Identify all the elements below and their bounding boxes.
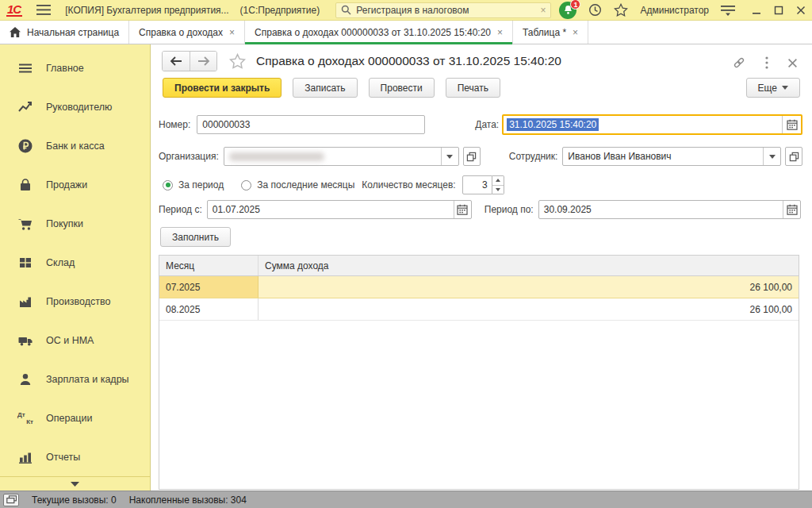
- get-link-icon[interactable]: [732, 56, 746, 70]
- factory-icon: [17, 294, 33, 310]
- period-from-input[interactable]: 01.07.2025: [207, 200, 472, 219]
- column-header-month[interactable]: Месяц: [159, 256, 259, 275]
- month-cell[interactable]: 07.2025: [159, 276, 259, 298]
- sidebar-item-warehouse[interactable]: Склад: [0, 243, 150, 282]
- tab-label: Справка о доходах: [139, 27, 223, 38]
- sidebar-item-label: Банк и касса: [46, 140, 105, 152]
- date-input[interactable]: 31.10.2025 15:40:20: [502, 114, 802, 135]
- minimize-button[interactable]: [752, 6, 761, 15]
- search-clear-icon[interactable]: ×: [540, 6, 546, 15]
- last-months-radio-label: За последние месяцы: [257, 179, 354, 190]
- history-icon[interactable]: [588, 3, 602, 17]
- window-title: [КОПИЯ] Бухгалтерия предприятия...: [65, 5, 228, 16]
- sidebar-item-bank-cash[interactable]: Банк и касса: [0, 126, 150, 165]
- sidebar-item-sales[interactable]: Продажи: [0, 165, 150, 204]
- chevron-down-icon: [782, 86, 788, 90]
- section-panel: Главное Руководителю Банк и касса Продаж…: [0, 44, 151, 491]
- current-user[interactable]: Администратор: [640, 5, 709, 16]
- status-bar: Текущие вызовы: 0 Накопленные вызовы: 30…: [0, 491, 812, 508]
- period-to-input[interactable]: 30.09.2025: [538, 200, 801, 219]
- tab-spravka-document[interactable]: Справка о доходах 000000033 от 31.10.202…: [245, 21, 513, 44]
- more-dots-icon[interactable]: [765, 56, 768, 69]
- current-calls-text: Текущие вызовы: 0: [32, 495, 117, 506]
- column-header-amount[interactable]: Сумма дохода: [259, 256, 799, 275]
- favorite-star-icon[interactable]: [229, 53, 246, 69]
- stepper-up-icon[interactable]: [492, 176, 504, 186]
- employee-open-button[interactable]: [785, 147, 802, 166]
- last-months-radio[interactable]: [241, 180, 251, 190]
- sidebar-expand-button[interactable]: [0, 476, 150, 491]
- tab-table[interactable]: Таблица * ×: [513, 21, 588, 44]
- period-from-calendar-button[interactable]: [454, 201, 471, 218]
- number-input[interactable]: 000000033: [197, 115, 425, 134]
- period-to-calendar-button[interactable]: [783, 201, 800, 218]
- months-count-input[interactable]: 3: [462, 175, 492, 194]
- amount-cell[interactable]: 26 100,00: [259, 298, 799, 320]
- period-radio[interactable]: [163, 180, 173, 190]
- organization-label: Организация:: [159, 151, 219, 162]
- table-row[interactable]: 07.2025 26 100,00: [159, 276, 799, 298]
- fill-button[interactable]: Заполнить: [160, 227, 231, 247]
- chevron-down-icon: [71, 482, 79, 487]
- document-form: Справка о доходах 000000033 от 31.10.202…: [151, 44, 812, 491]
- post-and-close-button[interactable]: Провести и закрыть: [163, 78, 282, 98]
- organization-dropdown-button[interactable]: [441, 148, 458, 165]
- server-calls-icon[interactable]: [3, 494, 19, 506]
- close-document-icon[interactable]: [787, 58, 798, 68]
- tab-home[interactable]: Начальная страница: [0, 21, 129, 44]
- service-menu-icon[interactable]: [721, 5, 735, 16]
- forward-button[interactable]: [190, 52, 216, 71]
- bar-chart-icon: [17, 449, 33, 465]
- back-button[interactable]: [163, 52, 190, 71]
- months-count-stepper[interactable]: [492, 175, 504, 194]
- employee-dropdown-button[interactable]: [763, 148, 780, 165]
- truck-icon: [17, 333, 33, 348]
- main-menu-icon[interactable]: [36, 5, 51, 15]
- notifications-button[interactable]: 1: [559, 2, 576, 19]
- stepper-down-icon[interactable]: [492, 186, 504, 194]
- sidebar-item-reports[interactable]: Отчеты: [0, 437, 150, 476]
- sidebar-item-label: ОС и НМА: [46, 335, 94, 346]
- tab-close-icon[interactable]: ×: [497, 28, 503, 37]
- more-button[interactable]: Еще: [746, 78, 800, 98]
- employee-label: Сотрудник:: [509, 151, 558, 162]
- favorites-star-icon[interactable]: [614, 3, 628, 17]
- months-count-label: Количество месяцев:: [362, 179, 455, 190]
- write-button[interactable]: Записать: [293, 78, 357, 98]
- sidebar-item-manager[interactable]: Руководителю: [0, 87, 150, 126]
- titlebar: 1С [КОПИЯ] Бухгалтерия предприятия... (1…: [0, 0, 812, 21]
- ruble-circle-icon: [17, 138, 33, 154]
- shopping-bag-icon: [17, 177, 33, 193]
- boxes-grid-icon: [17, 255, 33, 271]
- tab-spravka-list[interactable]: Справка о доходах ×: [129, 21, 245, 44]
- organization-open-button[interactable]: [463, 147, 481, 166]
- trend-chart-icon: [17, 99, 33, 115]
- amount-cell[interactable]: 26 100,00: [259, 276, 799, 298]
- organization-input[interactable]: [224, 147, 459, 166]
- tab-label: Начальная страница: [27, 27, 119, 38]
- sidebar-item-fixed-assets[interactable]: ОС и НМА: [0, 321, 150, 360]
- tab-close-icon[interactable]: ×: [573, 28, 578, 37]
- period-from-label: Период с:: [159, 204, 202, 215]
- sidebar-item-purchases[interactable]: Покупки: [0, 204, 150, 243]
- print-button[interactable]: Печать: [446, 78, 500, 98]
- 1c-logo: 1С: [6, 3, 22, 17]
- tab-close-icon[interactable]: ×: [229, 28, 235, 37]
- home-icon: [10, 27, 21, 37]
- sidebar-item-production[interactable]: Производство: [0, 282, 150, 321]
- sidebar-item-payroll-hr[interactable]: Зарплата и кадры: [0, 360, 150, 398]
- maximize-button[interactable]: [774, 6, 783, 15]
- sidebar-item-main[interactable]: Главное: [0, 48, 150, 87]
- close-window-button[interactable]: [796, 6, 806, 15]
- date-calendar-button[interactable]: [782, 116, 801, 133]
- global-search-input[interactable]: Регистрация в налоговом ×: [335, 2, 551, 18]
- sidebar-item-label: Покупки: [46, 218, 83, 229]
- sidebar-item-operations[interactable]: Дт Кт Операции: [0, 398, 150, 437]
- date-label: Дата:: [475, 119, 499, 130]
- employee-input[interactable]: Иванов Иван Иванович: [562, 147, 781, 166]
- app-kind-label: (1С:Предприятие): [240, 5, 320, 16]
- table-row[interactable]: 08.2025 26 100,00: [159, 298, 799, 321]
- income-table: Месяц Сумма дохода 07.2025 26 100,00 08.…: [159, 255, 799, 490]
- post-button[interactable]: Провести: [369, 78, 435, 98]
- month-cell[interactable]: 08.2025: [159, 298, 259, 320]
